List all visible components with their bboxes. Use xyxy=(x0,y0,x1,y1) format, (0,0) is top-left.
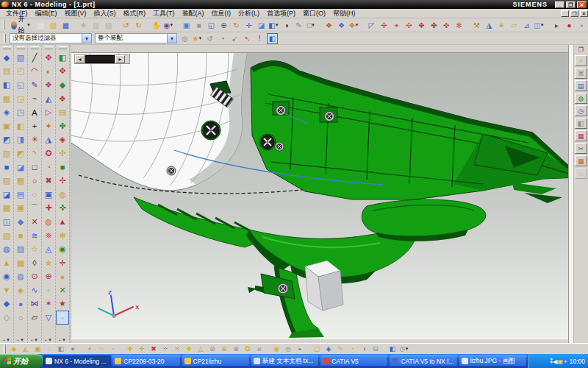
tool-icon[interactable]: ▤ xyxy=(0,65,13,79)
appearance-icon[interactable]: ◑ xyxy=(281,20,292,31)
command-finder-icon[interactable]: ◉▼ xyxy=(163,20,174,31)
menu-4[interactable]: 格式(R) xyxy=(120,10,150,17)
taskbar-task-0[interactable]: NX 6 - Modeling ... xyxy=(43,355,111,367)
scroll-left-icon[interactable]: ◄ xyxy=(75,55,85,63)
close-button[interactable]: ✕ xyxy=(577,1,587,8)
tool-icon[interactable]: ≋ xyxy=(28,229,41,243)
window-layout-icon[interactable]: ▣ xyxy=(181,20,192,31)
misc-f-icon[interactable]: ⊟ xyxy=(370,344,381,354)
tool-icon[interactable]: ◧ xyxy=(14,119,27,133)
perspective-icon[interactable]: ◪ xyxy=(256,20,267,31)
cut-icon[interactable]: ✚ xyxy=(78,20,89,31)
tool-icon[interactable]: ✻ xyxy=(56,229,69,243)
toolbar-overflow-icon[interactable]: • ▼ xyxy=(59,338,66,343)
snap-gray-icon[interactable]: ● xyxy=(68,344,78,354)
tool-icon[interactable]: ✢ xyxy=(56,174,69,188)
pan-icon[interactable]: ✛ xyxy=(243,20,254,31)
measure-icon[interactable]: ⚒ xyxy=(471,20,482,31)
tool-icon[interactable]: ✤ xyxy=(56,119,69,133)
tool-icon[interactable]: ▣ xyxy=(42,188,55,202)
tool-icon[interactable]: ╱ xyxy=(28,51,41,65)
menu-5[interactable]: 工具(T) xyxy=(149,10,179,17)
menu-3[interactable]: 插入(S) xyxy=(90,10,120,17)
tool-icon[interactable]: ◩ xyxy=(14,146,27,160)
tool-icon[interactable]: ▧ xyxy=(14,51,27,65)
sketch-icon[interactable]: ▱ xyxy=(509,20,520,31)
link-c-icon[interactable]: ⌁ xyxy=(295,344,305,354)
tool-icon[interactable]: ▲ xyxy=(56,215,69,229)
up-icon[interactable]: ➹ xyxy=(229,33,240,44)
tool-icon[interactable]: □ xyxy=(28,160,41,174)
scissors-icon[interactable]: ✂ xyxy=(575,143,587,154)
point-l-icon[interactable]: ⊕ xyxy=(219,344,229,354)
analysis-icon[interactable]: ◮ xyxy=(484,20,495,31)
point-i-icon[interactable]: ✥ xyxy=(184,344,194,354)
selection-scope-select[interactable]: 整个装配 ▼ xyxy=(95,33,177,43)
touch-mode-icon[interactable]: ✋ xyxy=(151,20,162,31)
point-h-icon[interactable]: ⁙ xyxy=(172,344,182,354)
tool-icon[interactable]: ✣ xyxy=(56,146,69,160)
tool-icon[interactable]: ▲ xyxy=(0,256,13,270)
pause-icon[interactable]: ▪ xyxy=(576,20,587,31)
shaded-cube-icon[interactable]: ◧▼ xyxy=(268,20,279,31)
display-mode-icon[interactable]: ■ xyxy=(193,20,204,31)
zoom-icon[interactable]: ⊕ xyxy=(218,20,229,31)
horizontal-scrollbar[interactable]: ◄ ► xyxy=(74,54,130,64)
work-part-cube-icon[interactable]: ◧ xyxy=(267,33,278,44)
tool-icon[interactable]: ▨ xyxy=(14,242,27,256)
tool-icon[interactable]: ❖ xyxy=(42,78,55,92)
toolbar-grip[interactable] xyxy=(59,46,67,49)
taskbar-task-1[interactable]: CP2209-03-20 xyxy=(112,355,180,367)
tool-icon[interactable]: ▥ xyxy=(0,146,13,160)
tool-icon[interactable]: ◆ xyxy=(0,297,13,311)
toolbar-grip[interactable] xyxy=(17,46,25,49)
snap-copy-icon[interactable]: ◧ xyxy=(56,344,66,354)
point-k-icon[interactable]: ⊘ xyxy=(207,344,218,354)
snap-a-icon[interactable]: ❖ xyxy=(323,20,334,31)
rotate-view-icon[interactable]: ↻ xyxy=(231,20,242,31)
tool-icon[interactable]: ▱ xyxy=(28,311,41,325)
layers-icon[interactable]: ≡ xyxy=(496,20,507,31)
datum-icon[interactable]: ⊿ xyxy=(521,20,532,31)
tool-icon[interactable]: ▼ xyxy=(0,283,13,297)
alert-icon[interactable]: ! xyxy=(254,33,265,44)
tool-icon[interactable]: ◍ xyxy=(0,242,13,256)
snap-end-icon[interactable]: ◆ xyxy=(9,344,19,354)
tool-icon[interactable]: ■ xyxy=(14,229,27,243)
point-d-icon[interactable]: ✚ xyxy=(125,344,135,354)
misc-e-icon[interactable]: ◑ xyxy=(359,344,369,354)
tool-icon[interactable]: ❖ xyxy=(56,92,69,106)
point-j-icon[interactable]: ◬ xyxy=(196,344,206,354)
tool-icon[interactable]: ✳ xyxy=(28,133,41,147)
point-g-icon[interactable]: ⁘ xyxy=(160,344,171,354)
tool-icon[interactable]: ▦ xyxy=(0,92,13,106)
tool-icon[interactable]: + xyxy=(28,119,41,133)
point-b-icon[interactable]: ✧ xyxy=(96,344,107,354)
select-wcs-icon[interactable]: ✜ xyxy=(441,20,452,31)
tool-icon[interactable]: ● xyxy=(56,270,69,284)
next-icon[interactable]: ➷ xyxy=(242,33,253,44)
point-f-icon[interactable]: ✖ xyxy=(148,344,159,354)
new-file-icon[interactable]: ▤ xyxy=(35,20,46,31)
tool-icon[interactable]: ▤ xyxy=(14,188,27,202)
msn-icon[interactable]: ✦ xyxy=(563,358,568,365)
restore-button[interactable]: ❐ xyxy=(566,1,576,8)
snap-c-icon[interactable]: ❖▼ xyxy=(348,20,359,31)
toolbar-grip[interactable] xyxy=(45,46,53,49)
tool-icon[interactable]: ◇ xyxy=(0,311,13,325)
tool-icon[interactable]: ▩ xyxy=(0,202,13,216)
tool-icon[interactable]: ◰ xyxy=(14,65,27,79)
snap-b-icon[interactable]: ❖ xyxy=(336,20,347,31)
tool-icon[interactable]: ◧ xyxy=(56,51,69,65)
tool-icon[interactable]: ✛ xyxy=(56,256,69,270)
tool-icon[interactable]: ▷ xyxy=(42,105,55,119)
assembly-navigator-icon[interactable]: ⌗ xyxy=(575,55,587,66)
menu-10[interactable]: 窗口(O) xyxy=(299,10,329,17)
start-menu-button[interactable]: 开始▼ xyxy=(8,19,34,31)
tool-icon[interactable]: ⋈ xyxy=(28,297,41,311)
taskbar-task-3[interactable]: 新建 文本文档 tx... xyxy=(251,355,319,367)
select-filter-icon[interactable]: ◸ xyxy=(366,20,377,31)
scroll-right-icon[interactable]: ► xyxy=(115,55,125,63)
toolbar-grip[interactable] xyxy=(31,46,39,49)
tool-icon[interactable]: ⊕ xyxy=(42,270,55,284)
